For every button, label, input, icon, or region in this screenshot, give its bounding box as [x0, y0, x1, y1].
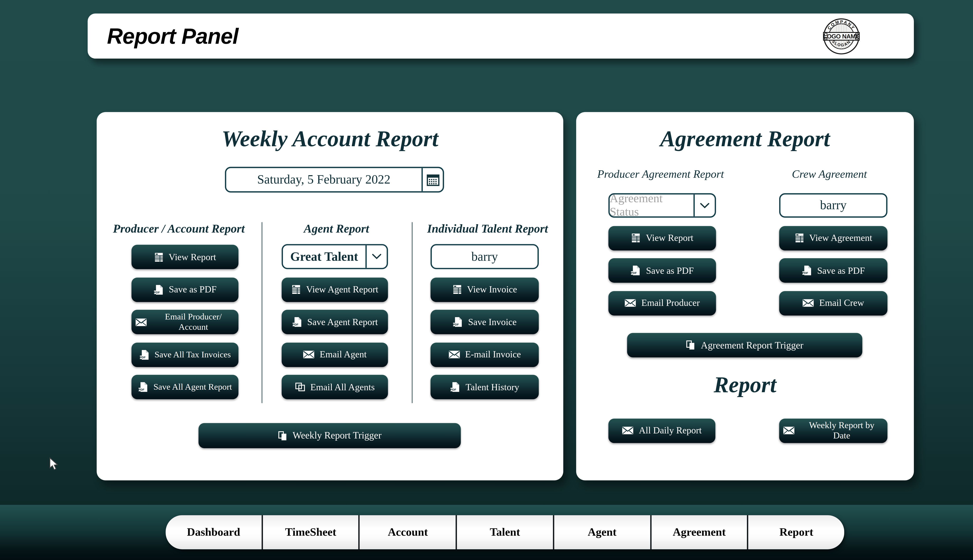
nav-tab-agent[interactable]: Agent: [554, 515, 651, 549]
weekly-account-report-card: Weekly Account Report Saturday, 5 Februa…: [97, 112, 563, 480]
column-divider: [411, 222, 413, 403]
crew-agreement-heading: Crew Agreement: [745, 167, 914, 181]
pdf-icon: [450, 382, 460, 392]
save-invoice-button[interactable]: Save Invoice: [430, 310, 539, 334]
agreement-status-placeholder: Agreement Status: [610, 195, 694, 217]
save-all-tax-invoices-button[interactable]: Save All Tax Invoices: [132, 342, 239, 367]
email-all-agents-button[interactable]: Email All Agents: [282, 375, 388, 399]
company-logo: COMPANY SLOGAN LOGO NAME: [823, 18, 860, 55]
page-title: Report Panel: [107, 13, 238, 59]
nav-tab-timesheet[interactable]: TimeSheet: [263, 515, 360, 549]
crew-name-input[interactable]: barry: [779, 193, 888, 218]
view-agent-report-button[interactable]: View Agent Report: [282, 277, 388, 302]
envelope-icon: [625, 299, 636, 307]
talent-history-button[interactable]: Talent History: [430, 375, 539, 399]
calendar-icon: [426, 173, 439, 186]
talent-name-value: barry: [432, 245, 537, 268]
nav-tab-report[interactable]: Report: [749, 515, 844, 549]
agreement-status-arrow[interactable]: [693, 195, 715, 217]
pdf-icon: [138, 382, 148, 392]
pdf-icon: [630, 265, 641, 275]
agreement-save-pdf-button[interactable]: Save as PDF: [609, 258, 716, 283]
agreement-status-select[interactable]: Agreement Status: [609, 193, 716, 218]
envelope-icon: [802, 299, 814, 307]
email-producer-button[interactable]: Email Producer: [609, 291, 716, 315]
crew-save-pdf-button[interactable]: Save as PDF: [779, 258, 888, 283]
agreement-report-card: Agreement Report Producer Agreement Repo…: [576, 112, 914, 480]
copy-icon: [278, 430, 288, 441]
envelope-icon: [303, 350, 315, 359]
table-icon: [631, 233, 641, 243]
pdf-icon: [453, 317, 463, 327]
report-panel-page: Report Panel COMPANY SLOGAN LOGO NAME: [0, 0, 973, 560]
copy-icon: [686, 340, 696, 350]
all-daily-report-button[interactable]: All Daily Report: [609, 418, 716, 443]
save-all-agent-report-button[interactable]: Save All Agent Report: [132, 375, 239, 399]
view-invoice-button[interactable]: View Invoice: [430, 277, 539, 302]
nav-tab-account[interactable]: Account: [360, 515, 457, 549]
individual-talent-heading: Individual Talent Report: [412, 222, 563, 236]
agent-report-heading: Agent Report: [262, 222, 411, 236]
view-agreement-button[interactable]: View Agreement: [779, 226, 888, 250]
table-icon: [452, 285, 462, 294]
mouse-cursor: [49, 457, 58, 471]
talent-name-input[interactable]: barry: [430, 244, 539, 269]
bottom-navigation: Dashboard TimeSheet Account Talent Agent…: [166, 515, 844, 549]
agent-select[interactable]: Great Talent: [282, 244, 388, 269]
agent-select-arrow[interactable]: [366, 245, 387, 268]
report-date-value: Saturday, 5 February 2022: [226, 168, 421, 191]
agent-select-value: Great Talent: [283, 245, 366, 268]
chevron-down-icon: [700, 203, 710, 208]
nav-tab-agreement[interactable]: Agreement: [651, 515, 749, 549]
save-agent-report-button[interactable]: Save Agent Report: [282, 310, 388, 334]
producer-agreement-heading: Producer Agreement Report: [576, 167, 745, 181]
header-bar: Report Panel COMPANY SLOGAN LOGO NAME: [88, 13, 914, 59]
envelope-icon: [135, 318, 147, 326]
email-agent-button[interactable]: Email Agent: [282, 342, 388, 367]
crew-name-value: barry: [781, 195, 886, 217]
nav-tab-dashboard[interactable]: Dashboard: [166, 515, 263, 549]
email-crew-button[interactable]: Email Crew: [779, 291, 888, 315]
logo-name-text: LOGO NAME: [823, 33, 859, 40]
agreement-report-trigger-button[interactable]: Agreement Report Trigger: [627, 333, 862, 357]
copy-icon: [295, 382, 305, 392]
footer-band: Dashboard TimeSheet Account Talent Agent…: [0, 505, 973, 560]
save-as-pdf-button[interactable]: Save as PDF: [132, 277, 239, 302]
agreement-card-title: Agreement Report: [576, 126, 914, 152]
pdf-icon: [139, 349, 149, 360]
weekly-report-by-date-button[interactable]: Weekly Report by Date: [779, 418, 888, 443]
weekly-report-trigger-button[interactable]: Weekly Report Trigger: [199, 423, 461, 448]
pdf-icon: [292, 317, 302, 327]
pdf-icon: [153, 284, 164, 295]
nav-tab-talent[interactable]: Talent: [457, 515, 554, 549]
table-icon: [291, 285, 301, 294]
envelope-icon: [622, 426, 634, 435]
table-icon: [794, 233, 804, 243]
report-section-heading: Report: [576, 372, 914, 398]
view-report-button[interactable]: View Report: [132, 245, 239, 269]
pdf-icon: [802, 265, 812, 275]
date-picker-button[interactable]: [421, 168, 443, 191]
envelope-icon: [448, 350, 460, 359]
chevron-down-icon: [372, 254, 381, 260]
agreement-view-report-button[interactable]: View Report: [609, 226, 716, 250]
column-divider: [261, 222, 262, 403]
email-producer-account-button[interactable]: Email Producer/ Account: [132, 310, 239, 334]
table-icon: [154, 252, 164, 262]
envelope-icon: [783, 426, 795, 435]
report-date-field[interactable]: Saturday, 5 February 2022: [225, 167, 444, 192]
producer-account-heading: Producer / Account Report: [97, 222, 261, 236]
email-invoice-button[interactable]: E-mail Invoice: [430, 342, 539, 367]
weekly-card-title: Weekly Account Report: [97, 126, 563, 152]
